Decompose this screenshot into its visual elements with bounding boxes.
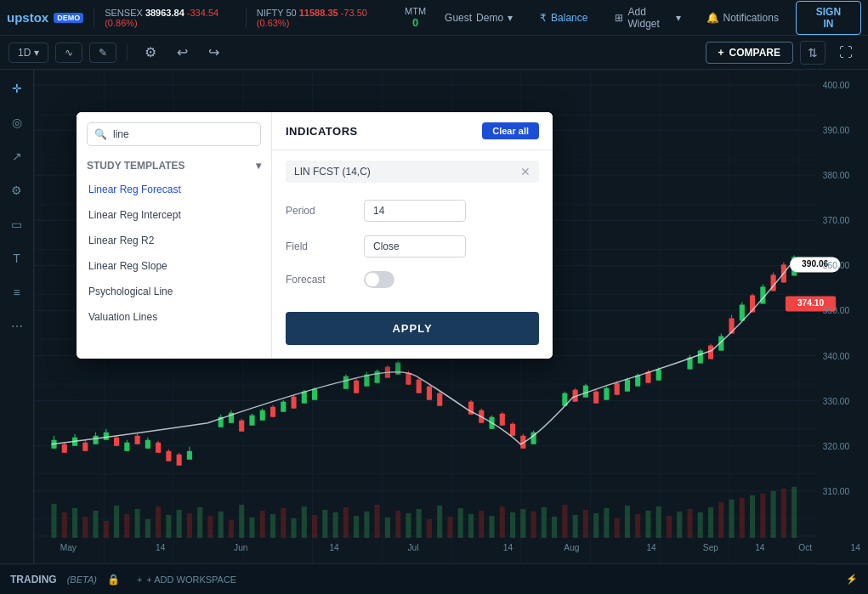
rectangle-tool[interactable]: ▭ — [5, 212, 29, 236]
svg-rect-159 — [500, 414, 505, 426]
svg-rect-175 — [604, 388, 609, 400]
add-workspace-button[interactable]: + + ADD WORKSPACE — [130, 572, 243, 587]
svg-rect-42 — [364, 512, 369, 538]
svg-rect-173 — [593, 392, 599, 404]
more-tools[interactable]: ≡ — [5, 280, 29, 304]
svg-rect-29 — [229, 520, 234, 538]
svg-text:14: 14 — [503, 543, 513, 552]
svg-rect-19 — [124, 514, 129, 538]
plus-icon: + — [718, 47, 724, 59]
svg-rect-71 — [667, 516, 672, 538]
svg-text:310.00: 310.00 — [823, 487, 850, 496]
svg-rect-109 — [177, 455, 182, 466]
adjust-button[interactable]: ⇅ — [800, 41, 825, 65]
svg-rect-74 — [698, 512, 703, 538]
expand-button[interactable]: ⛶ — [832, 42, 859, 64]
svg-rect-107 — [166, 451, 171, 461]
svg-text:14: 14 — [156, 543, 166, 552]
svg-rect-105 — [156, 443, 161, 453]
svg-rect-69 — [645, 511, 650, 538]
svg-rect-25 — [187, 513, 192, 538]
mtm-value: 0 — [405, 16, 426, 29]
sign-in-button[interactable]: SIGN IN — [796, 1, 861, 35]
guest-label: Guest — [445, 12, 472, 24]
widget-icon: ⊞ — [615, 12, 623, 24]
svg-rect-72 — [677, 512, 682, 538]
indicator-right-header: INDICATORS Clear all — [272, 112, 553, 150]
settings-button[interactable]: ⚙ — [138, 41, 163, 64]
svg-text:May: May — [60, 543, 77, 552]
svg-rect-82 — [781, 489, 786, 538]
svg-rect-60 — [552, 517, 557, 538]
guest-dropdown[interactable]: Guest Demo ▾ — [436, 8, 521, 27]
undo-button[interactable]: ↩ — [170, 41, 195, 64]
svg-rect-23 — [166, 515, 171, 538]
svg-rect-33 — [270, 514, 275, 538]
svg-rect-16 — [93, 511, 98, 538]
field-label-text: Field — [286, 240, 354, 252]
indicator-item-linear-reg-intercept[interactable]: Linear Reg Intercept — [77, 202, 271, 228]
indicator-item-linear-reg-slope[interactable]: Linear Reg Slope — [77, 253, 271, 279]
compare-button[interactable]: + COMPARE — [706, 42, 793, 64]
svg-rect-123 — [270, 407, 275, 417]
svg-rect-63 — [583, 510, 588, 538]
nifty-ticker: NIFTY 50 11588.35 -73.50 (0.63%) — [246, 8, 384, 28]
lock-icon: 🔒 — [107, 574, 120, 586]
svg-rect-12 — [51, 504, 56, 538]
draw-button[interactable]: ✎ — [89, 42, 116, 63]
extra-tools[interactable]: ⋯ — [5, 314, 29, 338]
trendline-tool[interactable]: ↗ — [5, 144, 29, 168]
notifications-button[interactable]: 🔔 Notifications — [700, 8, 786, 27]
svg-rect-76 — [718, 502, 723, 538]
svg-rect-91 — [82, 443, 88, 451]
indicator-item-linear-reg-forecast[interactable]: Linear Reg Forecast — [77, 177, 271, 202]
chevron-down-icon2: ▾ — [676, 12, 681, 24]
apply-button[interactable]: APPLY — [286, 312, 539, 345]
clear-all-button[interactable]: Clear all — [482, 122, 539, 139]
svg-rect-181 — [635, 376, 640, 387]
compare-label: COMPARE — [729, 47, 780, 59]
forecast-label-text: Forecast — [286, 274, 354, 286]
indicator-item-valuation-lines[interactable]: Valuation Lines — [77, 304, 271, 330]
field-input[interactable] — [364, 235, 466, 257]
rupee-icon: ₹ — [540, 12, 547, 24]
text-tool[interactable]: T — [5, 246, 29, 270]
chevron-down-icon3: ▾ — [34, 47, 39, 59]
forecast-toggle[interactable] — [364, 271, 394, 288]
svg-text:14: 14 — [755, 543, 765, 552]
balance-label: Balance — [551, 12, 587, 24]
svg-rect-81 — [771, 491, 776, 538]
svg-text:390.00: 390.00 — [823, 126, 850, 135]
balance-button[interactable]: ₹ Balance — [531, 8, 596, 27]
period-input[interactable] — [364, 200, 466, 222]
study-templates-header[interactable]: STUDY TEMPLATES ▾ — [77, 155, 271, 177]
svg-rect-15 — [82, 517, 88, 538]
indicator-icon: ∿ — [65, 47, 73, 59]
redo-button[interactable]: ↪ — [201, 41, 226, 64]
svg-rect-18 — [114, 506, 119, 538]
notifications-label: Notifications — [723, 12, 779, 24]
settings-tool[interactable]: ⚙ — [5, 178, 29, 202]
indicator-item-psychological-line[interactable]: Psychological Line — [77, 279, 271, 304]
add-widget-button[interactable]: ⊞ Add Widget ▾ — [606, 3, 689, 33]
svg-text:374.10: 374.10 — [797, 299, 825, 308]
svg-rect-48 — [427, 519, 432, 538]
svg-rect-87 — [62, 444, 67, 453]
crosshair-tool[interactable]: ✛ — [5, 76, 29, 100]
svg-rect-54 — [489, 516, 494, 538]
cursor-tool[interactable]: ◎ — [5, 110, 29, 134]
demo-badge: DEMO — [54, 13, 83, 23]
svg-rect-62 — [573, 515, 578, 538]
indicator-button[interactable]: ∿ — [55, 42, 82, 63]
indicator-item-linear-reg-r2[interactable]: Linear Reg R2 — [77, 228, 271, 253]
mtm-label: MTM — [405, 6, 426, 16]
search-input[interactable] — [87, 122, 261, 146]
svg-rect-38 — [322, 510, 327, 538]
svg-text:370.00: 370.00 — [823, 216, 850, 225]
svg-rect-21 — [145, 519, 150, 538]
period-selector[interactable]: 1D ▾ — [9, 42, 48, 63]
svg-rect-78 — [740, 498, 745, 538]
svg-rect-161 — [510, 424, 515, 436]
tag-close-button[interactable]: ✕ — [520, 165, 530, 178]
svg-rect-125 — [281, 402, 286, 412]
